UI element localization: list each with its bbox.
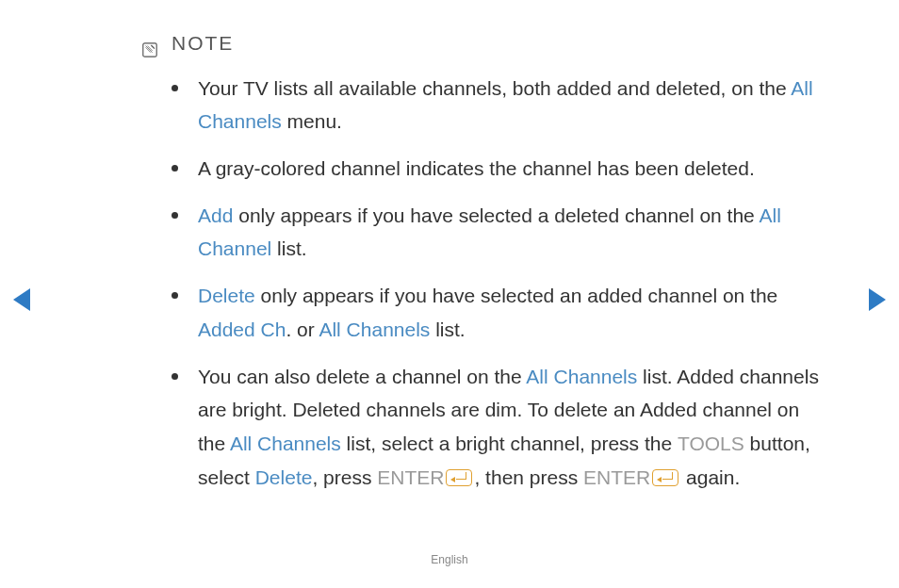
link-all-channels: All Channels	[230, 433, 341, 454]
note-icon	[141, 35, 158, 52]
enter-icon	[652, 469, 678, 486]
text: only appears if you have selected a dele…	[233, 204, 759, 226]
note-bullet-2: A gray-colored channel indicates the cha…	[198, 152, 839, 186]
text: , then press	[474, 466, 583, 488]
text: menu.	[282, 110, 342, 132]
text: only appears if you have selected an add…	[255, 285, 778, 306]
nav-next-arrow[interactable]	[869, 288, 886, 311]
link-add: Add	[198, 204, 233, 226]
link-delete: Delete	[198, 285, 255, 306]
link-all-channels: All Channels	[526, 366, 637, 387]
text: Your TV lists all available channels, bo…	[198, 77, 791, 99]
note-list: Your TV lists all available channels, bo…	[141, 72, 839, 495]
button-label-enter: ENTER	[583, 466, 650, 488]
enter-icon	[446, 469, 472, 486]
text: . or	[286, 318, 319, 340]
link-added-ch: Added Ch	[198, 318, 286, 340]
text: A gray-colored channel indicates the cha…	[198, 157, 755, 179]
text: list.	[430, 318, 465, 340]
text: list, select a bright channel, press the	[341, 433, 678, 454]
text: , press	[312, 466, 377, 488]
note-bullet-4: Delete only appears if you have selected…	[198, 279, 839, 346]
note-bullet-5: You can also delete a channel on the All…	[198, 360, 839, 495]
text: You can also delete a channel on the	[198, 366, 526, 387]
button-label-enter: ENTER	[377, 466, 444, 488]
link-delete: Delete	[255, 466, 313, 488]
page-language-footer: English	[0, 550, 899, 569]
note-bullet-1: Your TV lists all available channels, bo…	[198, 72, 839, 139]
text: list.	[271, 237, 306, 259]
button-label-tools: TOOLS	[678, 433, 744, 454]
note-bullet-3: Add only appears if you have selected a …	[198, 199, 839, 266]
link-all-channels: All Channels	[319, 318, 430, 340]
nav-prev-arrow[interactable]	[13, 288, 30, 311]
note-content: NOTE Your TV lists all available channel…	[141, 26, 839, 507]
note-title: NOTE	[172, 26, 234, 60]
text: again.	[680, 466, 740, 488]
note-header: NOTE	[141, 26, 839, 60]
